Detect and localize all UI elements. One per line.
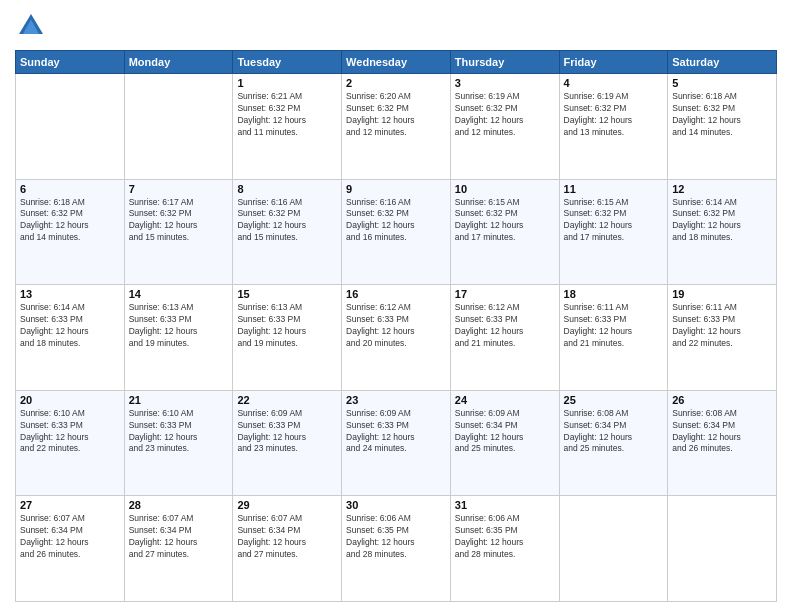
day-info: Sunrise: 6:12 AM Sunset: 6:33 PM Dayligh… xyxy=(455,302,555,350)
weekday-header-saturday: Saturday xyxy=(668,51,777,74)
page: SundayMondayTuesdayWednesdayThursdayFrid… xyxy=(0,0,792,612)
day-info: Sunrise: 6:18 AM Sunset: 6:32 PM Dayligh… xyxy=(20,197,120,245)
day-info: Sunrise: 6:08 AM Sunset: 6:34 PM Dayligh… xyxy=(564,408,664,456)
day-info: Sunrise: 6:12 AM Sunset: 6:33 PM Dayligh… xyxy=(346,302,446,350)
day-number: 28 xyxy=(129,499,229,511)
calendar-table: SundayMondayTuesdayWednesdayThursdayFrid… xyxy=(15,50,777,602)
calendar-cell: 25Sunrise: 6:08 AM Sunset: 6:34 PM Dayli… xyxy=(559,390,668,496)
day-number: 27 xyxy=(20,499,120,511)
calendar-cell: 22Sunrise: 6:09 AM Sunset: 6:33 PM Dayli… xyxy=(233,390,342,496)
logo xyxy=(15,10,51,42)
day-info: Sunrise: 6:19 AM Sunset: 6:32 PM Dayligh… xyxy=(455,91,555,139)
calendar-cell: 4Sunrise: 6:19 AM Sunset: 6:32 PM Daylig… xyxy=(559,74,668,180)
calendar-cell: 11Sunrise: 6:15 AM Sunset: 6:32 PM Dayli… xyxy=(559,179,668,285)
day-info: Sunrise: 6:21 AM Sunset: 6:32 PM Dayligh… xyxy=(237,91,337,139)
day-info: Sunrise: 6:11 AM Sunset: 6:33 PM Dayligh… xyxy=(672,302,772,350)
day-info: Sunrise: 6:10 AM Sunset: 6:33 PM Dayligh… xyxy=(129,408,229,456)
calendar-cell xyxy=(124,74,233,180)
calendar-cell: 20Sunrise: 6:10 AM Sunset: 6:33 PM Dayli… xyxy=(16,390,125,496)
calendar-cell: 13Sunrise: 6:14 AM Sunset: 6:33 PM Dayli… xyxy=(16,285,125,391)
day-info: Sunrise: 6:13 AM Sunset: 6:33 PM Dayligh… xyxy=(237,302,337,350)
calendar-cell: 17Sunrise: 6:12 AM Sunset: 6:33 PM Dayli… xyxy=(450,285,559,391)
day-number: 20 xyxy=(20,394,120,406)
day-info: Sunrise: 6:07 AM Sunset: 6:34 PM Dayligh… xyxy=(129,513,229,561)
day-number: 22 xyxy=(237,394,337,406)
calendar-cell: 10Sunrise: 6:15 AM Sunset: 6:32 PM Dayli… xyxy=(450,179,559,285)
day-info: Sunrise: 6:20 AM Sunset: 6:32 PM Dayligh… xyxy=(346,91,446,139)
day-number: 18 xyxy=(564,288,664,300)
calendar-cell: 23Sunrise: 6:09 AM Sunset: 6:33 PM Dayli… xyxy=(342,390,451,496)
weekday-header-row: SundayMondayTuesdayWednesdayThursdayFrid… xyxy=(16,51,777,74)
weekday-header-friday: Friday xyxy=(559,51,668,74)
calendar-cell: 27Sunrise: 6:07 AM Sunset: 6:34 PM Dayli… xyxy=(16,496,125,602)
calendar-week-3: 20Sunrise: 6:10 AM Sunset: 6:33 PM Dayli… xyxy=(16,390,777,496)
calendar-cell: 9Sunrise: 6:16 AM Sunset: 6:32 PM Daylig… xyxy=(342,179,451,285)
day-number: 26 xyxy=(672,394,772,406)
calendar-cell: 15Sunrise: 6:13 AM Sunset: 6:33 PM Dayli… xyxy=(233,285,342,391)
calendar-cell: 31Sunrise: 6:06 AM Sunset: 6:35 PM Dayli… xyxy=(450,496,559,602)
day-number: 1 xyxy=(237,77,337,89)
calendar-cell xyxy=(668,496,777,602)
weekday-header-monday: Monday xyxy=(124,51,233,74)
day-number: 12 xyxy=(672,183,772,195)
logo-icon xyxy=(15,10,47,42)
calendar-cell: 7Sunrise: 6:17 AM Sunset: 6:32 PM Daylig… xyxy=(124,179,233,285)
calendar-cell: 8Sunrise: 6:16 AM Sunset: 6:32 PM Daylig… xyxy=(233,179,342,285)
day-info: Sunrise: 6:06 AM Sunset: 6:35 PM Dayligh… xyxy=(346,513,446,561)
calendar-cell: 5Sunrise: 6:18 AM Sunset: 6:32 PM Daylig… xyxy=(668,74,777,180)
calendar-header: SundayMondayTuesdayWednesdayThursdayFrid… xyxy=(16,51,777,74)
day-number: 14 xyxy=(129,288,229,300)
day-info: Sunrise: 6:19 AM Sunset: 6:32 PM Dayligh… xyxy=(564,91,664,139)
calendar-body: 1Sunrise: 6:21 AM Sunset: 6:32 PM Daylig… xyxy=(16,74,777,602)
weekday-header-tuesday: Tuesday xyxy=(233,51,342,74)
calendar-cell: 21Sunrise: 6:10 AM Sunset: 6:33 PM Dayli… xyxy=(124,390,233,496)
calendar-week-0: 1Sunrise: 6:21 AM Sunset: 6:32 PM Daylig… xyxy=(16,74,777,180)
day-info: Sunrise: 6:09 AM Sunset: 6:33 PM Dayligh… xyxy=(237,408,337,456)
day-number: 2 xyxy=(346,77,446,89)
header xyxy=(15,10,777,42)
calendar-cell: 12Sunrise: 6:14 AM Sunset: 6:32 PM Dayli… xyxy=(668,179,777,285)
day-number: 15 xyxy=(237,288,337,300)
day-info: Sunrise: 6:15 AM Sunset: 6:32 PM Dayligh… xyxy=(455,197,555,245)
day-number: 3 xyxy=(455,77,555,89)
weekday-header-thursday: Thursday xyxy=(450,51,559,74)
day-info: Sunrise: 6:13 AM Sunset: 6:33 PM Dayligh… xyxy=(129,302,229,350)
day-info: Sunrise: 6:16 AM Sunset: 6:32 PM Dayligh… xyxy=(346,197,446,245)
calendar-cell: 2Sunrise: 6:20 AM Sunset: 6:32 PM Daylig… xyxy=(342,74,451,180)
day-info: Sunrise: 6:07 AM Sunset: 6:34 PM Dayligh… xyxy=(237,513,337,561)
day-number: 16 xyxy=(346,288,446,300)
calendar-cell: 19Sunrise: 6:11 AM Sunset: 6:33 PM Dayli… xyxy=(668,285,777,391)
calendar-cell: 30Sunrise: 6:06 AM Sunset: 6:35 PM Dayli… xyxy=(342,496,451,602)
day-number: 9 xyxy=(346,183,446,195)
day-number: 7 xyxy=(129,183,229,195)
calendar-cell: 26Sunrise: 6:08 AM Sunset: 6:34 PM Dayli… xyxy=(668,390,777,496)
day-info: Sunrise: 6:09 AM Sunset: 6:33 PM Dayligh… xyxy=(346,408,446,456)
calendar-week-2: 13Sunrise: 6:14 AM Sunset: 6:33 PM Dayli… xyxy=(16,285,777,391)
calendar-cell: 3Sunrise: 6:19 AM Sunset: 6:32 PM Daylig… xyxy=(450,74,559,180)
weekday-header-sunday: Sunday xyxy=(16,51,125,74)
day-number: 23 xyxy=(346,394,446,406)
day-number: 29 xyxy=(237,499,337,511)
calendar-cell: 14Sunrise: 6:13 AM Sunset: 6:33 PM Dayli… xyxy=(124,285,233,391)
calendar-cell: 29Sunrise: 6:07 AM Sunset: 6:34 PM Dayli… xyxy=(233,496,342,602)
day-info: Sunrise: 6:11 AM Sunset: 6:33 PM Dayligh… xyxy=(564,302,664,350)
day-info: Sunrise: 6:07 AM Sunset: 6:34 PM Dayligh… xyxy=(20,513,120,561)
day-number: 31 xyxy=(455,499,555,511)
day-number: 30 xyxy=(346,499,446,511)
calendar-week-4: 27Sunrise: 6:07 AM Sunset: 6:34 PM Dayli… xyxy=(16,496,777,602)
calendar-cell: 24Sunrise: 6:09 AM Sunset: 6:34 PM Dayli… xyxy=(450,390,559,496)
day-info: Sunrise: 6:18 AM Sunset: 6:32 PM Dayligh… xyxy=(672,91,772,139)
day-number: 5 xyxy=(672,77,772,89)
day-info: Sunrise: 6:15 AM Sunset: 6:32 PM Dayligh… xyxy=(564,197,664,245)
day-info: Sunrise: 6:17 AM Sunset: 6:32 PM Dayligh… xyxy=(129,197,229,245)
day-number: 21 xyxy=(129,394,229,406)
day-info: Sunrise: 6:10 AM Sunset: 6:33 PM Dayligh… xyxy=(20,408,120,456)
day-number: 6 xyxy=(20,183,120,195)
calendar-cell: 16Sunrise: 6:12 AM Sunset: 6:33 PM Dayli… xyxy=(342,285,451,391)
day-number: 17 xyxy=(455,288,555,300)
day-info: Sunrise: 6:08 AM Sunset: 6:34 PM Dayligh… xyxy=(672,408,772,456)
day-number: 19 xyxy=(672,288,772,300)
weekday-header-wednesday: Wednesday xyxy=(342,51,451,74)
day-number: 25 xyxy=(564,394,664,406)
day-number: 8 xyxy=(237,183,337,195)
